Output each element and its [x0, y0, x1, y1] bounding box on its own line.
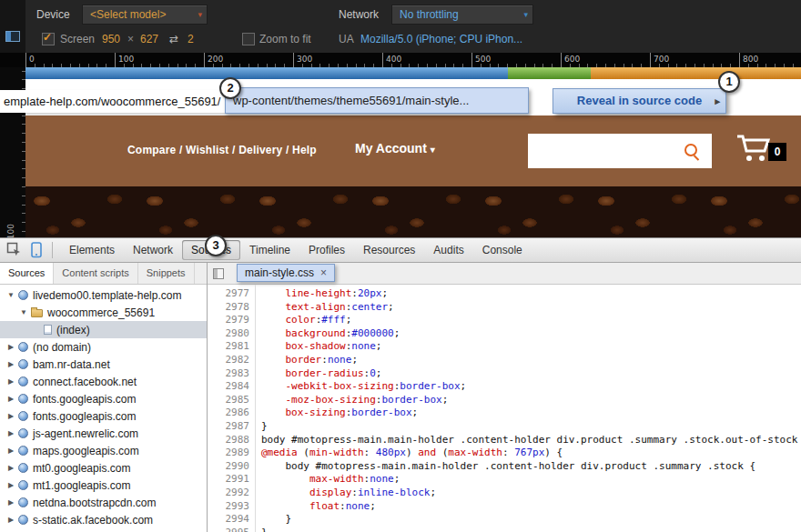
media-query-bar-green[interactable]: [508, 67, 591, 79]
search-icon[interactable]: [684, 144, 697, 156]
swap-dimensions-icon[interactable]: ⇄: [169, 28, 178, 50]
my-account-menu[interactable]: My Account▾: [355, 141, 435, 156]
tree-item[interactable]: ▶(no domain): [0, 338, 207, 356]
disclosure-arrow-icon[interactable]: ▶: [5, 360, 16, 368]
tree-item[interactable]: ▼woocommerce_55691: [0, 304, 207, 321]
line-number[interactable]: 2982: [208, 354, 249, 367]
line-number[interactable]: 2993: [208, 500, 249, 514]
device-toolbar: Device <Select model> ▾ Network No throt…: [0, 0, 801, 53]
tree-item[interactable]: ▶fonts.googleapis.com: [0, 390, 207, 407]
line-number[interactable]: 2989: [208, 447, 249, 460]
ruler-minor-ticks: [22, 53, 25, 237]
line-number[interactable]: 2988: [208, 434, 249, 447]
cart-button[interactable]: [735, 134, 772, 166]
tree-item[interactable]: ▶maps.googleapis.com: [0, 442, 207, 459]
disclosure-arrow-icon[interactable]: ▶: [5, 481, 16, 489]
line-number[interactable]: 2994: [208, 513, 249, 527]
disclosure-arrow-icon[interactable]: ▼: [18, 308, 29, 316]
device-model-select[interactable]: <Select model> ▾: [82, 5, 208, 25]
sidebar-tab-content-scripts[interactable]: Content scripts: [54, 263, 137, 284]
line-number[interactable]: 2981: [208, 340, 249, 354]
tab-console[interactable]: Console: [473, 238, 532, 262]
code-lines: line-height:20px; text-align:center; col…: [256, 285, 801, 532]
tab-network[interactable]: Network: [124, 238, 182, 262]
line-number[interactable]: 2978: [208, 301, 249, 315]
site-nav: Compare / Wishlist / Delivery / Help: [127, 144, 317, 156]
tree-item[interactable]: ▶js-agent.newrelic.com: [0, 425, 207, 442]
screen-height-field[interactable]: 627: [140, 28, 158, 50]
tab-timeline[interactable]: Timeline: [240, 238, 299, 262]
line-number[interactable]: 2977: [208, 287, 249, 301]
line-number[interactable]: 2983: [208, 367, 249, 381]
screen-width-field[interactable]: 950: [102, 28, 120, 50]
nav-separator: /: [282, 144, 292, 156]
disclosure-arrow-icon[interactable]: ▶: [5, 412, 16, 420]
nav-link-compare[interactable]: Compare: [127, 144, 176, 156]
site-search-input[interactable]: [528, 134, 712, 168]
code-line: }: [261, 513, 801, 527]
tab-profiles[interactable]: Profiles: [299, 238, 354, 262]
dock-panel-icon[interactable]: [5, 31, 20, 42]
ua-field[interactable]: Mozilla/5.0 (iPhone; CPU iPhon...: [360, 28, 532, 50]
line-number[interactable]: 2979: [208, 314, 249, 327]
tree-item[interactable]: ▶s-static.ak.facebook.com: [0, 511, 207, 528]
line-number[interactable]: 2980: [208, 327, 249, 341]
screenshot-root: Device <Select model> ▾ Network No throt…: [0, 0, 801, 532]
code-line: body #motopress-main.main-holder .conten…: [261, 460, 801, 474]
tab-elements[interactable]: Elements: [60, 238, 124, 262]
line-number[interactable]: 2985: [208, 394, 249, 407]
device-mode-icon[interactable]: [31, 242, 42, 258]
network-throttling-value: No throttling: [400, 8, 459, 21]
disclosure-arrow-icon[interactable]: ▶: [5, 377, 16, 386]
line-number[interactable]: 2984: [208, 380, 249, 394]
disclosure-arrow-icon[interactable]: ▶: [5, 464, 16, 472]
tree-item-label: bam.nr-data.net: [33, 358, 110, 371]
tree-item[interactable]: ▶fonts.googleapis.com: [0, 407, 207, 425]
media-query-bar-orange[interactable]: [591, 67, 801, 79]
screen-checkbox[interactable]: ✓: [42, 33, 55, 45]
tab-audits[interactable]: Audits: [424, 238, 472, 262]
disclosure-arrow-icon[interactable]: ▶: [5, 343, 16, 351]
media-query-bar-blue[interactable]: [25, 67, 508, 79]
tree-item[interactable]: (index): [0, 321, 207, 338]
line-number[interactable]: 2990: [208, 460, 249, 474]
scale-value[interactable]: 2: [188, 28, 194, 50]
toggle-navigator-icon[interactable]: [213, 268, 224, 279]
code-area[interactable]: 2977297829792980298129822983298429852986…: [208, 285, 801, 532]
nav-link-help[interactable]: Help: [292, 144, 317, 156]
line-number[interactable]: 2995: [208, 527, 249, 532]
editor-tab-main-style[interactable]: main-style.css ×: [237, 264, 335, 282]
tree-item[interactable]: ▶bam.nr-data.net: [0, 356, 207, 373]
network-throttling-select[interactable]: No throttling ▾: [391, 5, 533, 25]
domain-icon: [18, 359, 28, 369]
tab-resources[interactable]: Resources: [354, 238, 424, 262]
sidebar-tab-snippets[interactable]: Snippets: [138, 263, 195, 284]
tree-item[interactable]: ▶mt1.googleapis.com: [0, 477, 207, 494]
disclosure-arrow-icon[interactable]: ▶: [5, 498, 16, 507]
tree-item[interactable]: ▶mt0.googleapis.com: [0, 459, 207, 477]
code-line: background:#000000;: [261, 327, 801, 341]
sidebar-tab-sources[interactable]: Sources: [0, 263, 54, 284]
disclosure-arrow-icon[interactable]: ▶: [5, 395, 16, 403]
inspect-element-icon[interactable]: [6, 242, 22, 257]
nav-separator: /: [229, 144, 239, 156]
nav-link-delivery[interactable]: Delivery: [238, 144, 282, 156]
line-number[interactable]: 2992: [208, 487, 249, 500]
disclosure-arrow-icon[interactable]: ▼: [5, 291, 16, 299]
disclosure-arrow-icon[interactable]: ▶: [5, 447, 16, 455]
disclosure-arrow-icon[interactable]: ▶: [5, 429, 16, 437]
zoom-to-fit-checkbox[interactable]: [242, 33, 255, 45]
disclosure-arrow-icon[interactable]: ▶: [5, 516, 16, 524]
tree-item[interactable]: ▼livedemo00.template-help.com: [0, 286, 207, 304]
file-icon: [44, 325, 52, 335]
close-tab-icon[interactable]: ×: [320, 267, 327, 278]
ruler-tick: 500: [471, 53, 491, 67]
reveal-in-source-button[interactable]: Reveal in source code ▸: [553, 88, 726, 114]
line-number[interactable]: 2986: [208, 407, 249, 420]
line-number[interactable]: 2991: [208, 473, 249, 487]
tree-item[interactable]: ▶netdna.bootstrapcdn.com: [0, 494, 207, 511]
nav-link-wishlist[interactable]: Wishlist: [186, 144, 229, 156]
coffee-beans-banner: [25, 186, 801, 237]
tree-item[interactable]: ▶connect.facebook.net: [0, 373, 207, 390]
line-number[interactable]: 2987: [208, 420, 249, 434]
